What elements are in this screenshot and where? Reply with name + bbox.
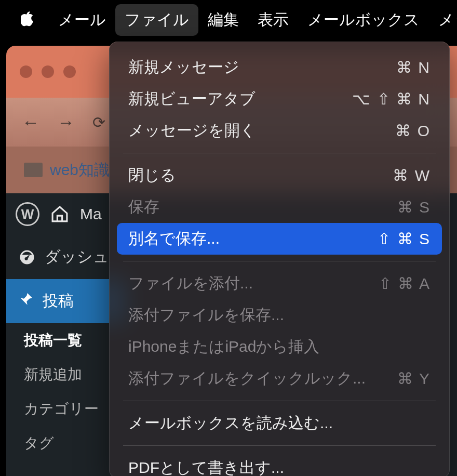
bookmark-folder-label[interactable]: web知識 xyxy=(50,160,110,181)
sidebar-categories[interactable]: カテゴリー xyxy=(6,392,126,426)
menu-save-as[interactable]: 別名で保存... ⇧ ⌘ S xyxy=(117,223,442,255)
menu-close[interactable]: 閉じる ⌘ W xyxy=(117,160,442,191)
sidebar-posts[interactable]: 投稿 xyxy=(6,279,126,323)
menu-separator xyxy=(123,445,436,446)
menu-edit[interactable]: 編集 xyxy=(198,4,248,36)
menu-new-viewer-tab-label: 新規ビューアタブ xyxy=(128,88,256,110)
menu-quicklook-attachments-shortcut: ⌘ Y xyxy=(397,369,431,388)
sidebar-posts-label: 投稿 xyxy=(43,290,74,312)
site-name[interactable]: Ma xyxy=(80,205,102,223)
reload-icon[interactable]: ⟳ xyxy=(92,113,105,131)
menu-close-shortcut: ⌘ W xyxy=(393,166,431,184)
menu-mailbox[interactable]: メールボックス xyxy=(298,4,429,36)
menu-save-as-shortcut: ⇧ ⌘ S xyxy=(378,230,431,248)
menu-save: 保存 ⌘ S xyxy=(117,191,442,223)
pin-icon xyxy=(18,291,34,311)
menu-new-viewer-tab[interactable]: 新規ビューアタブ ⌥ ⇧ ⌘ N xyxy=(117,83,442,115)
menu-quicklook-attachments: 添付ファイルをクイックルック... ⌘ Y xyxy=(117,363,442,394)
menu-save-label: 保存 xyxy=(128,196,159,218)
menu-export-pdf[interactable]: PDFとして書き出す... xyxy=(117,452,442,476)
menu-new-message[interactable]: 新規メッセージ ⌘ N xyxy=(117,51,442,83)
sidebar-tags[interactable]: タグ xyxy=(6,426,126,460)
menu-open-message[interactable]: メッセージを開く ⌘ O xyxy=(117,115,442,147)
menu-view[interactable]: 表示 xyxy=(248,4,298,36)
menu-save-attachments-label: 添付ファイルを保存... xyxy=(128,305,284,326)
menu-attach-file-label: ファイルを添付... xyxy=(128,273,253,294)
menu-import-mailbox[interactable]: メールボックスを読み込む... xyxy=(117,407,442,439)
close-icon[interactable] xyxy=(20,65,32,78)
forward-icon[interactable]: → xyxy=(57,112,75,133)
menu-separator xyxy=(123,401,436,401)
menu-insert-from-device-label: iPhoneまたはiPadから挿入 xyxy=(128,336,319,358)
menu-new-message-label: 新規メッセージ xyxy=(128,57,239,78)
menu-save-attachments: 添付ファイルを保存... xyxy=(117,299,442,331)
menu-file[interactable]: ファイル xyxy=(115,4,198,36)
menu-truncated[interactable]: メッ xyxy=(429,4,457,36)
menubar: メール ファイル 編集 表示 メールボックス メッ xyxy=(0,0,457,39)
menu-separator xyxy=(123,153,436,153)
menu-insert-from-device: iPhoneまたはiPadから挿入 xyxy=(117,331,442,363)
apple-logo-icon[interactable] xyxy=(21,11,35,29)
sidebar-posts-list[interactable]: 投稿一覧 xyxy=(6,323,126,358)
wordpress-icon[interactable]: W xyxy=(16,202,39,226)
menu-open-message-shortcut: ⌘ O xyxy=(395,122,431,140)
back-icon[interactable]: ← xyxy=(22,112,39,133)
menu-app[interactable]: メール xyxy=(49,4,115,36)
menu-new-viewer-tab-shortcut: ⌥ ⇧ ⌘ N xyxy=(352,90,431,108)
menu-separator xyxy=(123,261,436,261)
menu-quicklook-attachments-label: 添付ファイルをクイックルック... xyxy=(128,368,366,389)
menu-import-mailbox-label: メールボックスを読み込む... xyxy=(128,413,333,434)
menu-attach-file-shortcut: ⇧ ⌘ A xyxy=(379,274,431,293)
sidebar-posts-new[interactable]: 新規追加 xyxy=(6,358,126,392)
folder-icon[interactable] xyxy=(24,163,43,177)
menu-save-shortcut: ⌘ S xyxy=(397,198,431,216)
dashboard-icon xyxy=(18,248,36,267)
sidebar-dashboard-label: ダッシュ xyxy=(45,246,109,268)
home-icon[interactable] xyxy=(50,205,70,223)
zoom-icon[interactable] xyxy=(63,65,76,78)
menu-close-label: 閉じる xyxy=(128,165,176,186)
sidebar-dashboard[interactable]: ダッシュ xyxy=(6,235,126,279)
menu-save-as-label: 別名で保存... xyxy=(128,228,220,249)
menu-export-pdf-label: PDFとして書き出す... xyxy=(128,457,284,476)
file-menu-dropdown: 新規メッセージ ⌘ N 新規ビューアタブ ⌥ ⇧ ⌘ N メッセージを開く ⌘ … xyxy=(109,42,450,476)
menu-new-message-shortcut: ⌘ N xyxy=(396,58,431,76)
menu-attach-file: ファイルを添付... ⇧ ⌘ A xyxy=(117,268,442,299)
menu-open-message-label: メッセージを開く xyxy=(128,120,256,141)
wp-sidebar: ダッシュ 投稿 投稿一覧 新規追加 カテゴリー タグ xyxy=(6,235,126,460)
minimize-icon[interactable] xyxy=(42,65,54,78)
